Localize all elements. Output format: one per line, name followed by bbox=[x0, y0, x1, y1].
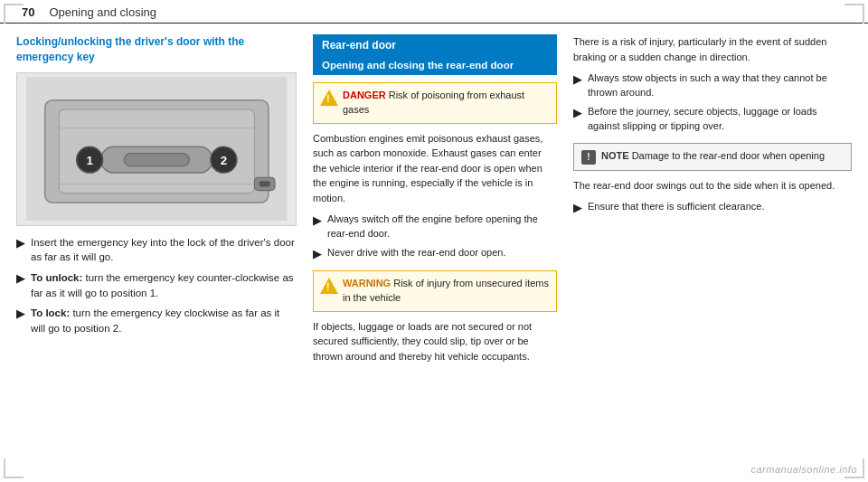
left-bullet-3: ▶ To lock: turn the emergency key clockw… bbox=[16, 306, 297, 336]
danger-text: DANGER Risk of poisoning from exhaust ga… bbox=[343, 89, 549, 118]
note-icon: ! bbox=[581, 150, 596, 165]
right-bullet-1: ▶ Always stow objects in such a way that… bbox=[573, 71, 852, 100]
mid-arrow-1: ▶ bbox=[313, 213, 322, 230]
section-title: Locking/unlocking the driver's door with… bbox=[16, 34, 297, 65]
columns-container: Locking/unlocking the driver's door with… bbox=[0, 24, 868, 482]
rear-door-sub: Opening and closing the rear-end door bbox=[313, 56, 557, 75]
right-bullet-1-text: Always stow objects in such a way that t… bbox=[588, 71, 852, 100]
right-intro-text: There is a risk of injury, particularly … bbox=[573, 34, 852, 64]
car-illustration: 1 2 bbox=[24, 77, 289, 222]
mid-bullet-2: ▶ Never drive with the rear-end door ope… bbox=[313, 246, 557, 263]
warning-label: WARNING bbox=[343, 278, 391, 288]
note-bullet-1: ▶ Ensure that there is sufficient cleara… bbox=[573, 200, 852, 217]
right-arrow-2: ▶ bbox=[573, 105, 582, 122]
left-bullet-2: ▶ To unlock: turn the emergency key coun… bbox=[16, 270, 297, 300]
corner-decoration-bl bbox=[4, 458, 24, 478]
right-bullet-2: ▶ Before the journey, secure objects, lu… bbox=[573, 105, 852, 134]
warning-box: WARNING Risk of injury from unsecured it… bbox=[313, 270, 557, 312]
left-bullet-3-text: To lock: turn the emergency key clockwis… bbox=[31, 306, 297, 336]
col-left: Locking/unlocking the driver's door with… bbox=[16, 34, 297, 473]
corner-decoration-tl bbox=[4, 4, 24, 24]
page-wrapper: 70 Opening and closing Locking/unlocking… bbox=[0, 0, 868, 482]
svg-text:2: 2 bbox=[220, 154, 226, 167]
corner-decoration-tr bbox=[844, 4, 864, 24]
svg-text:1: 1 bbox=[86, 154, 93, 167]
note-box: ! NOTE Damage to the rear-end door when … bbox=[573, 143, 852, 171]
col-mid: Rear-end door Opening and closing the re… bbox=[313, 34, 557, 473]
mid-bullet-1: ▶ Always switch off the engine before op… bbox=[313, 213, 557, 241]
mid-bullet-2-text: Never drive with the rear-end door open. bbox=[327, 246, 506, 260]
svg-rect-10 bbox=[259, 181, 269, 186]
note-label: NOTE bbox=[601, 150, 629, 161]
danger-triangle-shape bbox=[320, 90, 338, 106]
note-bullet-1-text: Ensure that there is sufficient clearanc… bbox=[588, 200, 764, 214]
to-unlock-label: To unlock: bbox=[31, 272, 82, 283]
danger-label: DANGER bbox=[343, 90, 386, 100]
warning-text: WARNING Risk of injury from unsecured it… bbox=[343, 277, 549, 306]
mid-bullet-1-text: Always switch off the engine before open… bbox=[327, 213, 557, 241]
danger-body-text: Combustion engines emit poisonous exhaus… bbox=[313, 131, 557, 206]
note-text-container: NOTE Damage to the rear-end door when op… bbox=[601, 149, 825, 164]
arrow-icon-3: ▶ bbox=[16, 306, 25, 323]
warning-body-text: If objects, luggage or loads are not sec… bbox=[313, 319, 557, 364]
car-image-box: 1 2 bbox=[16, 72, 297, 226]
to-lock-label: To lock: bbox=[31, 307, 70, 318]
right-bullet-2-text: Before the journey, secure objects, lugg… bbox=[588, 105, 852, 134]
rear-door-header: Rear-end door bbox=[313, 34, 557, 56]
note-box-text: Damage to the rear-end door when opening bbox=[632, 150, 825, 161]
left-bullet-1: ▶ Insert the emergency key into the lock… bbox=[16, 235, 297, 265]
left-bullet-2-text: To unlock: turn the emergency key counte… bbox=[31, 270, 297, 300]
watermark: carmanualsonline.info bbox=[750, 464, 857, 475]
danger-box: DANGER Risk of poisoning from exhaust ga… bbox=[313, 82, 557, 124]
warning-triangle-shape bbox=[320, 278, 338, 294]
left-bullet-list: ▶ Insert the emergency key into the lock… bbox=[16, 235, 297, 336]
danger-triangle-icon bbox=[321, 90, 337, 106]
mid-arrow-2: ▶ bbox=[313, 246, 322, 263]
warning-triangle-icon bbox=[321, 278, 337, 294]
arrow-icon-1: ▶ bbox=[16, 235, 25, 252]
arrow-icon-2: ▶ bbox=[16, 270, 25, 288]
page-number: 70 bbox=[22, 5, 34, 19]
note-body-text: The rear-end door swings out to the side… bbox=[573, 178, 852, 194]
page-header: 70 Opening and closing bbox=[0, 0, 868, 24]
page-header-title: Opening and closing bbox=[49, 5, 156, 19]
note-arrow-1: ▶ bbox=[573, 200, 582, 217]
right-arrow-1: ▶ bbox=[573, 71, 582, 89]
col-right: There is a risk of injury, particularly … bbox=[573, 34, 852, 473]
svg-rect-4 bbox=[124, 153, 189, 165]
left-bullet-1-text: Insert the emergency key into the lock o… bbox=[31, 235, 297, 265]
